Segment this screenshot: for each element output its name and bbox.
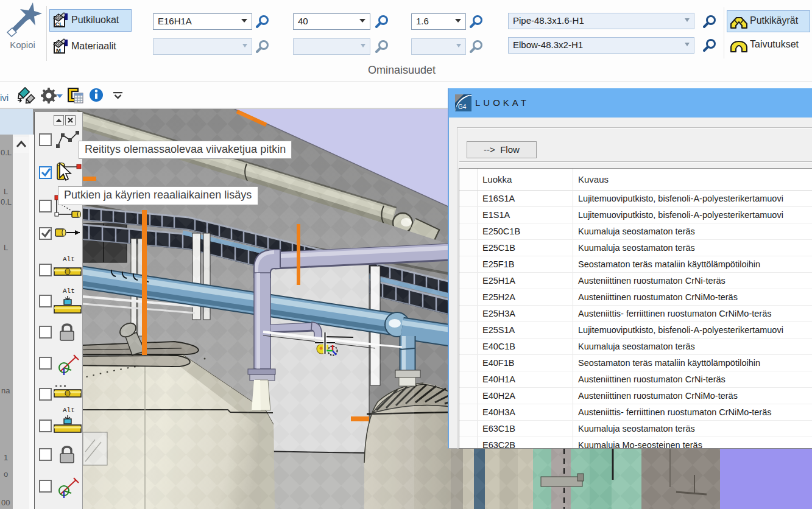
svg-text:M: M	[56, 47, 61, 54]
svg-text:G4: G4	[458, 104, 467, 110]
svg-text:CL: CL	[55, 21, 63, 27]
